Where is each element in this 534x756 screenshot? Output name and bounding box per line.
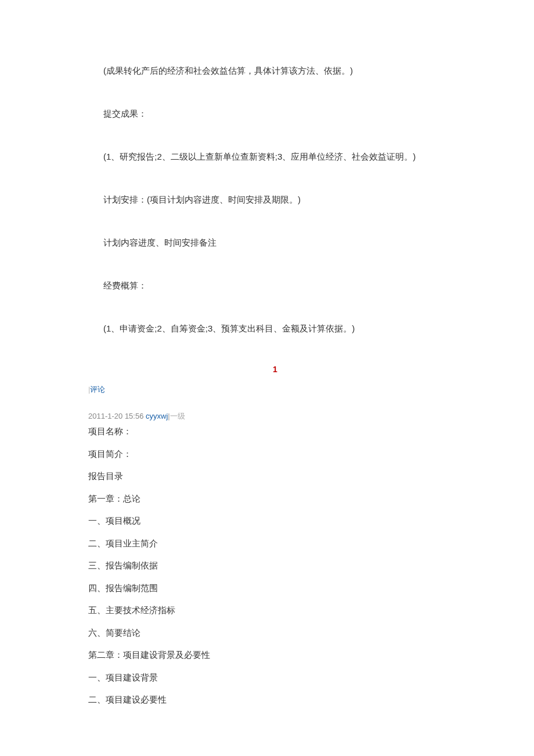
line-report-toc: 报告目录 — [86, 470, 464, 483]
line-ch1-1: 一、项目概况 — [86, 514, 464, 528]
timestamp: 2011-1-20 15:56 — [88, 412, 143, 420]
line-ch2-1: 一、项目建设背景 — [86, 671, 464, 685]
line-project-name: 项目名称： — [86, 425, 464, 438]
comment-link[interactable]: 评论 — [90, 385, 105, 394]
line-ch1-4: 四、报告编制范围 — [86, 582, 464, 595]
paragraph-schedule-note: 计划内容进度、时间安排备注 — [86, 236, 464, 250]
post-meta: 2011-1-20 15:56 cyyxwj|一级 — [86, 411, 464, 422]
line-project-intro: 项目简介： — [86, 448, 464, 461]
line-chapter-2: 第二章：项目建设背景及必要性 — [86, 649, 464, 662]
paragraph-submit-results: 提交成果： — [86, 107, 464, 121]
line-ch2-2: 二、项目建设必要性 — [86, 693, 464, 707]
line-ch1-5: 五、主要技术经济指标 — [86, 604, 464, 617]
document-page: (成果转化产后的经济和社会效益估算，具体计算该方法、依据。) 提交成果： (1、… — [0, 0, 534, 739]
page-number: 1 — [86, 365, 464, 374]
line-chapter-1: 第一章：总论 — [86, 492, 464, 506]
line-ch1-3: 三、报告编制依据 — [86, 559, 464, 573]
user-level: 一级 — [170, 412, 185, 420]
paragraph-schedule: 计划安排：(项目计划内容进度、时间安排及期限。) — [86, 193, 464, 207]
line-ch1-6: 六、简要结论 — [86, 627, 464, 640]
line-ch1-2: 二、项目业主简介 — [86, 537, 464, 550]
paragraph-budget-estimate: 经费概算： — [86, 279, 464, 293]
paragraph-submit-details: (1、研究报告;2、二级以上查新单位查新资料;3、应用单位经济、社会效益证明。) — [86, 150, 464, 164]
username-link[interactable]: cyyxwj — [146, 412, 168, 420]
comment-row: |评论 — [86, 384, 464, 395]
paragraph-results-estimate: (成果转化产后的经济和社会效益估算，具体计算该方法、依据。) — [86, 64, 464, 78]
paragraph-budget-details: (1、申请资金;2、自筹资金;3、预算支出科目、金额及计算依据。) — [86, 322, 464, 336]
